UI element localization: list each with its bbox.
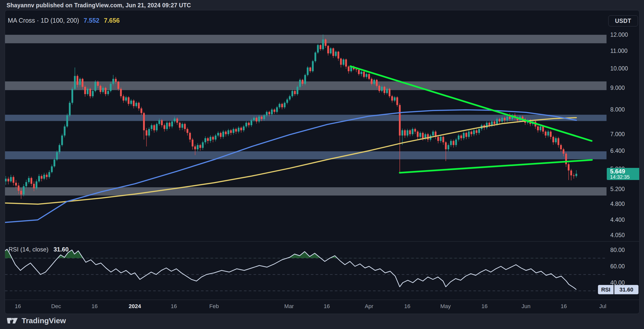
candle <box>266 112 268 116</box>
candle <box>92 91 94 96</box>
candle <box>20 191 22 194</box>
candle <box>174 119 176 122</box>
candle <box>171 122 173 127</box>
candle <box>547 132 549 136</box>
candle <box>427 134 429 139</box>
tradingview-published-chart: Shayannv published on TradingView.com, J… <box>0 0 644 329</box>
rsi-badge-value: 31.60 <box>614 285 638 294</box>
candle <box>222 132 224 137</box>
candle <box>69 103 71 115</box>
candle <box>309 67 311 71</box>
candle <box>314 53 316 61</box>
candle <box>30 178 32 184</box>
currency-button[interactable]: USDT <box>608 15 638 26</box>
candle <box>61 135 63 145</box>
candle <box>335 52 337 56</box>
candle <box>187 129 188 133</box>
candle <box>473 130 475 134</box>
candle <box>330 48 332 53</box>
candle <box>460 135 462 138</box>
candle <box>463 133 465 138</box>
trendline-ascending[interactable] <box>400 160 592 173</box>
rsi-legend[interactable]: RSI (14, close) 31.60 <box>9 246 69 253</box>
candle <box>100 86 101 92</box>
candle <box>394 97 395 101</box>
candle <box>465 133 467 137</box>
price-axis-label: 12.000 <box>610 31 628 38</box>
candle <box>130 101 132 104</box>
candle <box>458 135 460 139</box>
candle <box>227 130 229 134</box>
sr-zone <box>5 151 607 159</box>
indicator-title: MA Cross · 1D (100, 200) <box>8 17 79 24</box>
candle <box>248 123 250 125</box>
candle <box>557 138 559 145</box>
candle <box>105 88 106 94</box>
time-axis-label: May <box>440 303 451 310</box>
candle <box>327 46 329 53</box>
indicator-legend[interactable]: MA Cross · 1D (100, 200) 7.552 7.656 <box>8 17 120 24</box>
candle <box>112 79 114 84</box>
candle <box>199 145 201 148</box>
candle <box>478 129 480 133</box>
rsi-line <box>5 249 576 290</box>
candle <box>345 59 347 66</box>
candle <box>407 130 408 136</box>
tradingview-link[interactable]: TradingView <box>7 316 66 326</box>
candle <box>386 89 388 93</box>
candle <box>41 176 43 179</box>
price-axis-label: 10.000 <box>610 65 628 72</box>
candle <box>343 59 344 65</box>
rsi-axis-label: 80.00 <box>610 247 625 253</box>
candle <box>169 123 170 126</box>
candle <box>251 120 252 125</box>
chart-canvas[interactable] <box>5 10 639 314</box>
candle <box>205 138 206 142</box>
candle <box>389 89 390 96</box>
candle <box>489 123 490 125</box>
time-axis-label: Jul <box>599 303 606 310</box>
candle <box>304 75 306 84</box>
candle <box>194 147 196 149</box>
candle <box>448 145 449 149</box>
candle <box>317 45 319 53</box>
candle <box>102 88 104 92</box>
candle <box>25 182 27 186</box>
candle <box>271 109 273 114</box>
price-axis-label: 9.000 <box>610 85 625 91</box>
candle <box>332 48 334 56</box>
time-axis-label: Apr <box>365 303 373 310</box>
candle <box>470 132 472 134</box>
candle <box>36 181 37 189</box>
candle <box>404 130 406 136</box>
candle <box>197 145 198 149</box>
time-axis-label: 16 <box>171 303 177 310</box>
candle <box>312 61 314 71</box>
candle <box>97 82 99 86</box>
candle <box>366 74 367 77</box>
candle <box>496 119 498 124</box>
candle <box>284 103 286 107</box>
candle <box>56 152 58 160</box>
candle <box>409 130 411 134</box>
time-axis-label: 16 <box>92 303 98 310</box>
candle <box>371 79 373 84</box>
candle <box>445 142 447 149</box>
candle <box>299 80 301 87</box>
candle <box>189 133 191 139</box>
candle <box>348 66 349 71</box>
candle <box>110 84 111 91</box>
candle <box>263 116 265 119</box>
candle <box>378 86 380 91</box>
candle <box>133 101 135 106</box>
candle <box>135 103 137 106</box>
chart-card: MA Cross · 1D (100, 200) 7.552 7.656 USD… <box>5 10 639 314</box>
candle <box>381 87 383 91</box>
candle <box>48 172 50 177</box>
candle <box>176 119 178 123</box>
candle <box>504 118 506 120</box>
publish-attribution: Shayannv published on TradingView.com, J… <box>7 2 191 9</box>
candle <box>355 69 357 70</box>
candle <box>560 145 562 149</box>
rsi-value-badge: RSI 31.60 <box>598 285 638 294</box>
